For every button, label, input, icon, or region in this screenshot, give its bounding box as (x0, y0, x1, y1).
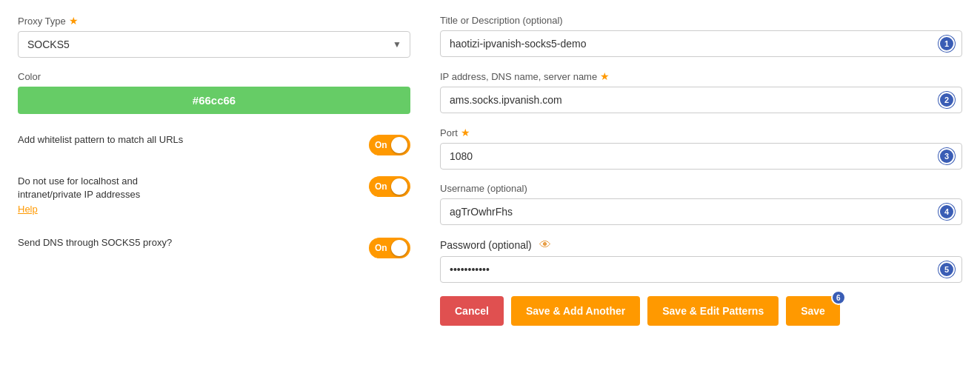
dns-knob (391, 240, 407, 256)
password-eye-icon[interactable]: 👁 (539, 238, 551, 252)
proxy-type-group: Proxy Type ★ SOCKS5 ▼ (18, 15, 410, 58)
localhost-label: Do not use for localhost and intranet/pr… (18, 175, 369, 217)
buttons-row: Cancel Save & Add Another Save & Edit Pa… (440, 296, 962, 326)
port-badge: 3 (939, 148, 955, 164)
color-group: Color #66cc66 (18, 71, 410, 114)
color-button[interactable]: #66cc66 (18, 87, 410, 114)
password-badge: 5 (939, 261, 955, 278)
password-input-wrapper: 5 (440, 256, 962, 283)
color-label: Color (18, 71, 410, 82)
title-input[interactable] (440, 30, 962, 57)
cancel-button[interactable]: Cancel (440, 296, 504, 326)
save-edit-patterns-button[interactable]: Save & Edit Patterns (647, 296, 779, 326)
help-link[interactable]: Help (18, 203, 354, 216)
save-button[interactable]: Save 6 (786, 296, 840, 326)
username-input[interactable] (440, 198, 962, 225)
proxy-type-select-wrapper: SOCKS5 ▼ (18, 31, 410, 58)
ip-star: ★ (600, 70, 610, 82)
port-label: Port ★ (440, 127, 962, 138)
dns-label: Send DNS through SOCKS5 proxy? (18, 236, 369, 249)
dns-row: Send DNS through SOCKS5 proxy? On (18, 230, 410, 258)
ip-input[interactable] (440, 87, 962, 113)
username-label: Username (optional) (440, 183, 962, 194)
whitelist-toggle[interactable]: On (369, 135, 410, 155)
whitelist-label: Add whitelist pattern to match all URLs (18, 133, 369, 147)
password-label-row: Password (optional) 👁 (440, 238, 962, 252)
port-star: ★ (461, 127, 470, 138)
ip-badge: 2 (939, 92, 955, 108)
title-label: Title or Description (optional) (440, 15, 962, 26)
title-badge: 1 (939, 36, 955, 52)
dns-track: On (369, 238, 410, 258)
ip-input-wrapper: 2 (440, 87, 962, 113)
password-group: Password (optional) 👁 5 (440, 238, 962, 283)
localhost-track: On (369, 176, 410, 197)
whitelist-on-label: On (375, 140, 387, 150)
ip-label: IP address, DNS name, server name ★ (440, 70, 962, 82)
title-input-wrapper: 1 (440, 30, 962, 57)
username-group: Username (optional) 4 (440, 183, 962, 225)
localhost-on-label: On (375, 181, 387, 192)
left-panel: Proxy Type ★ SOCKS5 ▼ Color #66cc66 Add … (18, 15, 410, 326)
proxy-type-label: Proxy Type ★ (18, 15, 410, 27)
password-input[interactable] (440, 256, 962, 283)
username-badge: 4 (939, 204, 955, 220)
dns-toggle[interactable]: On (369, 238, 410, 258)
port-group: Port ★ 3 (440, 127, 962, 170)
whitelist-row: Add whitelist pattern to match all URLs … (18, 127, 410, 155)
localhost-knob (391, 178, 407, 195)
proxy-type-star: ★ (69, 15, 79, 27)
password-label: Password (optional) (440, 239, 532, 251)
save-badge: 6 (831, 290, 846, 305)
dns-on-label: On (375, 243, 387, 253)
ip-group: IP address, DNS name, server name ★ 2 (440, 70, 962, 113)
port-input-wrapper: 3 (440, 143, 962, 170)
save-add-another-button[interactable]: Save & Add Another (511, 296, 640, 326)
whitelist-knob (391, 137, 407, 153)
localhost-row: Do not use for localhost and intranet/pr… (18, 169, 410, 217)
port-input[interactable] (440, 143, 962, 170)
title-group: Title or Description (optional) 1 (440, 15, 962, 57)
localhost-toggle[interactable]: On (369, 176, 410, 197)
right-panel: Title or Description (optional) 1 IP add… (440, 15, 962, 326)
username-input-wrapper: 4 (440, 198, 962, 225)
proxy-type-select[interactable]: SOCKS5 (18, 31, 410, 58)
whitelist-track: On (369, 135, 410, 155)
